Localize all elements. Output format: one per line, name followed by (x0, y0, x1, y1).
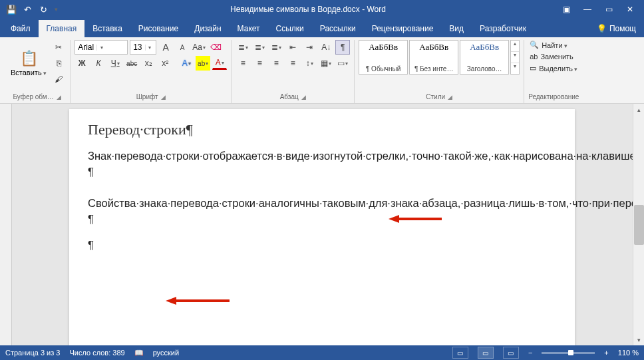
zoom-in-icon[interactable]: + (604, 349, 608, 357)
vertical-scrollbar[interactable]: ▴ ▾ (633, 104, 644, 345)
tab-references[interactable]: Ссылки (268, 20, 312, 37)
styles-group-label: Стили (426, 93, 445, 100)
show-marks-icon[interactable]: ¶ (335, 40, 350, 55)
tab-layout[interactable]: Макет (230, 20, 268, 37)
ribbon: 📋 Вставить ✂ ⎘ 🖌 Буфер обм…◢ Arial▾ 13▾ … (0, 37, 644, 104)
zoom-level[interactable]: 110 % (618, 349, 639, 357)
clear-format-icon[interactable]: ⌫ (208, 40, 223, 55)
clipboard-group-label: Буфер обм… (13, 93, 53, 100)
font-size-combo[interactable]: 13▾ (130, 40, 156, 55)
scroll-up-icon[interactable]: ▴ (633, 104, 644, 115)
page-status[interactable]: Страница 3 из 3 (5, 349, 60, 357)
grow-font-icon[interactable]: A (158, 40, 173, 55)
editing-group-label: Редактирование (528, 93, 579, 100)
paste-button[interactable]: 📋 Вставить (8, 49, 49, 78)
find-button[interactable]: 🔍Найти (528, 40, 579, 50)
highlight-icon[interactable]: ab (196, 56, 210, 71)
styles-expand-icon[interactable]: ▾ (511, 63, 519, 74)
proofing-icon[interactable]: 📖 (134, 349, 144, 357)
tab-mailings[interactable]: Рассылки (312, 20, 364, 37)
bold-button[interactable]: Ж (75, 56, 89, 71)
indent-increase-icon[interactable]: ⇥ (302, 40, 317, 55)
tab-design[interactable]: Дизайн (186, 20, 229, 37)
zoom-slider[interactable] (542, 352, 595, 354)
web-layout-icon[interactable]: ▭ (503, 347, 519, 359)
styles-scroll-down-icon[interactable]: ▾ (511, 51, 519, 63)
scroll-thumb[interactable] (634, 205, 644, 245)
shading-icon[interactable]: ▦ (319, 56, 333, 71)
document-area: Перевод·строки¶ Знак·перевода·строки·ото… (0, 104, 644, 345)
tell-me[interactable]: 💡 Помощ (589, 20, 644, 37)
tab-insert[interactable]: Вставка (84, 20, 130, 37)
style-heading[interactable]: АаБбВвЗаголово… (460, 40, 509, 75)
superscript-button[interactable]: x² (158, 56, 172, 71)
tab-draw[interactable]: Рисование (130, 20, 186, 37)
scroll-down-icon[interactable]: ▾ (633, 334, 644, 345)
numbering-icon[interactable]: ≣ (252, 40, 267, 55)
cut-icon[interactable]: ✂ (51, 40, 66, 55)
group-styles: АаБбВв¶ Обычный АаБбВв¶ Без инте… АаБбВв… (355, 40, 524, 103)
close-icon[interactable]: ✕ (620, 2, 640, 17)
change-case-icon[interactable]: Aa (192, 40, 206, 55)
qat-customize-icon[interactable] (52, 2, 60, 17)
cursor-icon: ▭ (530, 64, 536, 73)
select-button[interactable]: ▭Выделить (528, 63, 579, 73)
paragraph-launcher-icon[interactable]: ◢ (301, 94, 306, 100)
word-count[interactable]: Число слов: 389 (69, 349, 124, 357)
line-spacing-icon[interactable]: ↕ (302, 56, 317, 71)
italic-button[interactable]: К (91, 56, 106, 71)
vertical-ruler[interactable] (0, 104, 12, 345)
statusbar: Страница 3 из 3 Число слов: 389 📖 русски… (0, 345, 644, 360)
clipboard-launcher-icon[interactable]: ◢ (57, 94, 61, 100)
undo-icon[interactable]: ↶ (20, 2, 35, 17)
replace-icon: ab (530, 53, 538, 61)
minimize-icon[interactable]: — (577, 2, 597, 17)
font-launcher-icon[interactable]: ◢ (161, 94, 166, 100)
text-effects-icon[interactable]: A (179, 56, 194, 71)
ribbon-options-icon[interactable]: ▣ (556, 2, 576, 17)
font-color-icon[interactable]: A (212, 57, 227, 70)
strike-button[interactable]: abc (124, 56, 139, 71)
format-painter-icon[interactable]: 🖌 (51, 72, 66, 87)
underline-button[interactable]: Ч (108, 56, 122, 71)
window-title: Невидимые символы в Ворде.docx - Word (60, 5, 556, 14)
pilcrow-mark: ¶ (88, 237, 556, 253)
print-layout-icon[interactable]: ▭ (478, 347, 494, 359)
maximize-icon[interactable]: ▭ (599, 2, 619, 17)
group-font: Arial▾ 13▾ A A Aa ⌫ Ж К Ч abc x₂ x² A ab… (71, 40, 232, 103)
tab-developer[interactable]: Разработчик (472, 20, 534, 37)
sort-icon[interactable]: A↓ (319, 40, 333, 55)
style-no-spacing[interactable]: АаБбВв¶ Без инте… (409, 40, 458, 75)
tab-view[interactable]: Вид (441, 20, 472, 37)
tab-home[interactable]: Главная (39, 20, 85, 37)
borders-icon[interactable]: ▭ (335, 56, 350, 71)
tab-review[interactable]: Рецензирование (364, 20, 442, 37)
font-name-combo[interactable]: Arial▾ (75, 40, 128, 55)
zoom-out-icon[interactable]: − (528, 349, 532, 357)
align-left-icon[interactable]: ≡ (236, 56, 250, 71)
page[interactable]: Перевод·строки¶ Знак·перевода·строки·ото… (69, 109, 575, 345)
bullets-icon[interactable]: ≣ (236, 40, 250, 55)
language-status[interactable]: русский (153, 349, 179, 357)
align-right-icon[interactable]: ≡ (269, 56, 283, 71)
subscript-button[interactable]: x₂ (141, 56, 156, 71)
save-icon[interactable]: 💾 (4, 2, 19, 17)
justify-icon[interactable]: ≡ (285, 56, 300, 71)
styles-scroll-up-icon[interactable]: ▴ (511, 41, 519, 51)
shrink-font-icon[interactable]: A (175, 40, 190, 55)
paragraph-group-label: Абзац (280, 93, 299, 100)
indent-decrease-icon[interactable]: ⇤ (285, 40, 300, 55)
paragraph-1: Знак·перевода·строки·отображается·в·виде… (88, 148, 556, 164)
titlebar: 💾 ↶ ↻ Невидимые символы в Ворде.docx - W… (0, 0, 644, 19)
read-mode-icon[interactable]: ▭ (452, 347, 468, 359)
redo-icon[interactable]: ↻ (36, 2, 51, 17)
multilevel-icon[interactable]: ≣ (269, 40, 283, 55)
copy-icon[interactable]: ⎘ (51, 56, 66, 71)
red-arrow-annotation (166, 295, 230, 306)
style-normal[interactable]: АаБбВв¶ Обычный (359, 40, 408, 75)
tab-file[interactable]: Файл (3, 20, 39, 37)
replace-button[interactable]: abЗаменить (528, 52, 579, 61)
styles-launcher-icon[interactable]: ◢ (448, 94, 452, 100)
align-center-icon[interactable]: ≡ (252, 56, 267, 71)
pilcrow-mark: ¶ (88, 164, 556, 180)
